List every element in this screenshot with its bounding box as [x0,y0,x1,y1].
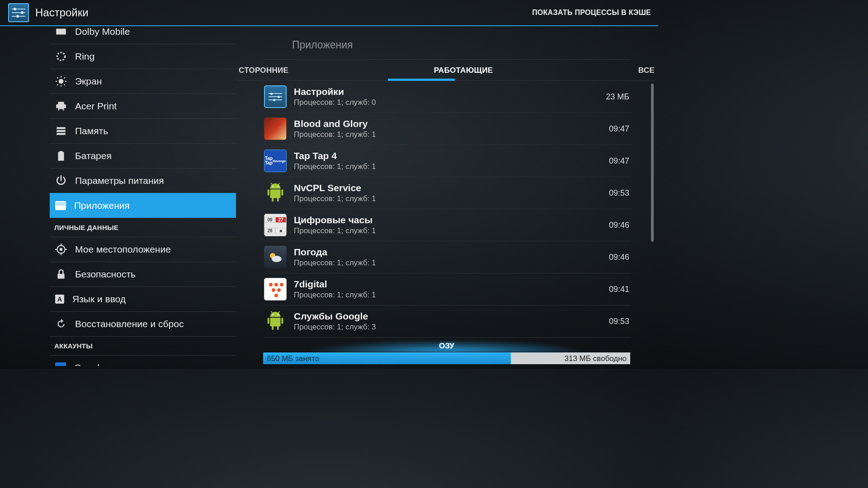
app-row[interactable]: 7digitalПроцессов: 1; служб: 109:41 [264,273,631,305]
svg-point-23 [272,186,274,187]
section-personal: ЛИЧНЫЕ ДАННЫЕ [50,218,236,237]
svg-point-31 [272,314,274,315]
svg-rect-21 [268,189,269,195]
sidebar-item-label: Память [75,126,108,136]
svg-line-34 [278,311,280,313]
svg-point-24 [277,186,278,187]
svg-rect-12 [57,130,66,132]
sidebar-item-power[interactable]: Параметры питания [50,168,236,193]
app-icon-settings [264,85,287,108]
app-text: ПогодаПроцессов: 1; служб: 1 [294,247,602,267]
ram-label: ОЗУ [263,342,630,351]
location-icon [55,244,67,255]
sidebar-item-battery[interactable]: Батарея [50,143,236,168]
sidebar-item-google[interactable]: gGoogle [50,355,236,366]
svg-line-26 [278,183,280,185]
svg-line-7 [57,77,58,78]
sidebar-item-security[interactable]: Безопасность [50,262,236,286]
sidebar-item-label: Параметры питания [75,175,164,186]
running-apps-list[interactable]: НастройкиПроцессов: 1; служб: 023 МБBloo… [238,81,656,343]
app-subtitle: Процессов: 1; служб: 3 [294,323,602,332]
app-row[interactable]: ПогодаПроцессов: 1; служб: 109:46 [264,241,631,273]
svg-rect-13 [57,133,66,135]
app-meta: 09:47 [609,124,631,134]
app-text: Службы GoogleПроцессов: 1; служб: 3 [294,311,602,332]
svg-point-28 [272,256,282,262]
app-name: NvCPL Service [294,183,602,193]
sun-icon [55,75,67,87]
app-text: 7digitalПроцессов: 1; служб: 1 [294,279,602,300]
app-row[interactable]: TapTapRevengeTap Tap 4Процессов: 1; служ… [264,145,631,177]
app-icon-taptap: TapTapRevenge [264,150,287,172]
dolby-icon [55,26,67,38]
app-row[interactable]: Службы GoogleПроцессов: 1; служб: 309:53 [264,305,631,338]
header-left: Настройки [8,3,89,22]
sidebar-item-ring[interactable]: Ring [50,44,236,69]
page-title: Настройки [35,6,89,19]
sidebar-item-label: Acer Print [75,101,117,112]
sidebar-item-label: Язык и ввод [72,294,126,305]
storage-icon [55,125,67,137]
app-text: Цифровые часыПроцессов: 1; служб: 1 [294,215,602,235]
app-subtitle: Процессов: 1; служб: 0 [294,98,599,107]
app-text: НастройкиПроцессов: 1; служб: 0 [294,86,599,107]
sidebar-item-label: Экран [75,76,102,87]
sidebar-item-print[interactable]: Acer Print [50,94,236,118]
sidebar-item-label: Dolby Mobile [75,26,130,37]
app-meta: 09:53 [609,317,631,326]
app-icon-blood-glory [264,117,287,140]
app-name: Настройки [294,86,599,97]
sidebar-item-label: Безопасность [75,269,136,280]
app-text: NvCPL ServiceПроцессов: 1; служб: 1 [294,183,602,203]
app-row[interactable]: NvCPL ServiceПроцессов: 1; служб: 109:53 [264,177,631,209]
restore-icon [55,318,67,330]
sidebar-item-screen[interactable]: Экран [50,69,236,94]
app-row[interactable]: Blood and GloryПроцессов: 1; служб: 109:… [264,113,631,145]
settings-sidebar: Dolby MobileRingЭкранAcer PrintПамятьБат… [0,26,236,366]
app-subtitle: Процессов: 1; служб: 1 [294,291,602,300]
content-pane: Приложения СТОРОННИЕ РАБОТАЮЩИЕ ВСЕ Наст… [236,26,658,366]
app-header: Настройки ПОКАЗАТЬ ПРОЦЕССЫ В КЭШЕ [0,0,658,26]
app-icon-android [264,310,287,333]
app-icon-android [264,182,287,204]
app-row[interactable]: 092728■Цифровые часыПроцессов: 1; служб:… [264,209,631,241]
app-subtitle: Процессов: 1; служб: 1 [294,130,602,139]
power-icon [55,175,67,187]
sidebar-item-lang[interactable]: AЯзык и ввод [50,286,236,311]
svg-line-33 [271,311,272,313]
app-row[interactable]: НастройкиПроцессов: 1; служб: 023 МБ [264,81,631,113]
svg-line-10 [64,77,65,78]
tab-thirdparty[interactable]: СТОРОННИЕ [239,66,288,80]
sidebar-item-memory[interactable]: Память [50,118,236,143]
sidebar-item-label: Google [74,362,105,366]
settings-icon [8,3,29,22]
content-heading: Приложения [263,26,630,60]
sidebar-item-reset[interactable]: Восстановление и сброс [50,311,236,336]
app-meta: 09:46 [609,253,631,262]
svg-line-9 [57,84,58,85]
section-accounts: АККАУНТЫ [50,336,236,355]
svg-point-14 [60,248,63,251]
app-name: Tap Tap 4 [294,150,602,161]
printer-icon [55,100,67,112]
app-meta: 23 МБ [606,92,631,102]
svg-point-2 [59,79,64,84]
app-meta: 09:53 [609,188,631,198]
sidebar-item-apps[interactable]: Приложения [50,193,236,218]
app-meta: 09:47 [609,156,631,166]
svg-point-32 [277,314,278,315]
app-name: 7digital [294,279,602,290]
app-subtitle: Процессов: 1; служб: 1 [294,162,602,171]
app-name: Blood and Glory [294,118,602,129]
scrollbar-thumb[interactable] [651,84,654,242]
language-icon: A [55,295,64,304]
sidebar-item-location[interactable]: Мое местоположение [50,237,236,262]
sidebar-item-label: Ring [75,51,94,62]
show-cached-processes-button[interactable]: ПОКАЗАТЬ ПРОЦЕССЫ В КЭШЕ [532,9,654,17]
app-subtitle: Процессов: 1; служб: 1 [294,258,602,267]
ram-used-text: 650 МБ занято [267,354,319,363]
tab-all[interactable]: ВСЕ [638,66,655,80]
sidebar-item-label: Приложения [74,200,130,211]
sidebar-item-dolby[interactable]: Dolby Mobile [50,26,236,44]
app-subtitle: Процессов: 1; служб: 1 [294,194,602,203]
